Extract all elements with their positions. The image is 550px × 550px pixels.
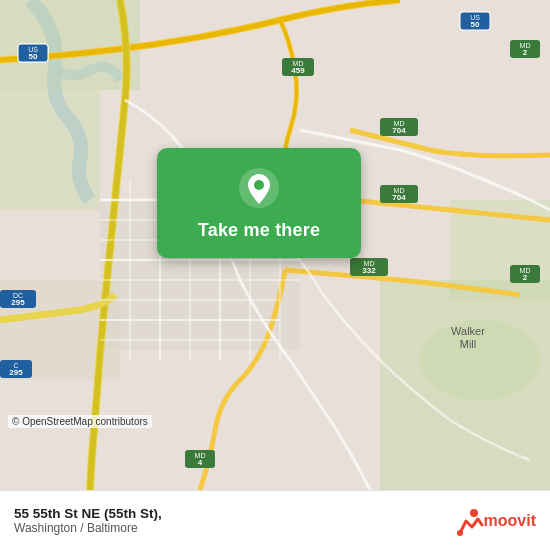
svg-text:Walker: Walker: [451, 325, 485, 337]
svg-text:704: 704: [392, 193, 406, 202]
take-me-there-label: Take me there: [198, 220, 320, 241]
svg-point-55: [457, 530, 463, 536]
svg-rect-2: [0, 90, 100, 210]
svg-text:2: 2: [523, 273, 528, 282]
svg-text:459: 459: [291, 66, 305, 75]
svg-point-54: [470, 509, 478, 517]
take-me-there-button[interactable]: Take me there: [157, 148, 361, 258]
svg-text:50: 50: [29, 52, 38, 61]
address-line: 55 55th St NE (55th St),: [14, 506, 452, 521]
footer-logo: moovit: [452, 505, 536, 537]
svg-text:704: 704: [392, 126, 406, 135]
osm-attribution: © OpenStreetMap contributors: [8, 415, 152, 428]
map-container: US 50 US 50 US 50 MD 459 DC 295: [0, 0, 550, 490]
svg-point-53: [254, 180, 264, 190]
svg-text:4: 4: [198, 458, 203, 467]
svg-text:295: 295: [9, 368, 23, 377]
svg-text:Mill: Mill: [460, 338, 477, 350]
footer-address-block: 55 55th St NE (55th St), Washington / Ba…: [14, 506, 452, 535]
moovit-logo-text: moovit: [484, 512, 536, 530]
city-line: Washington / Baltimore: [14, 521, 452, 535]
svg-text:295: 295: [11, 298, 25, 307]
svg-text:50: 50: [471, 20, 480, 29]
svg-text:332: 332: [362, 266, 376, 275]
location-pin-icon: [237, 166, 281, 210]
svg-text:2: 2: [523, 48, 528, 57]
moovit-icon: [452, 505, 484, 537]
footer-bar: 55 55th St NE (55th St), Washington / Ba…: [0, 490, 550, 550]
